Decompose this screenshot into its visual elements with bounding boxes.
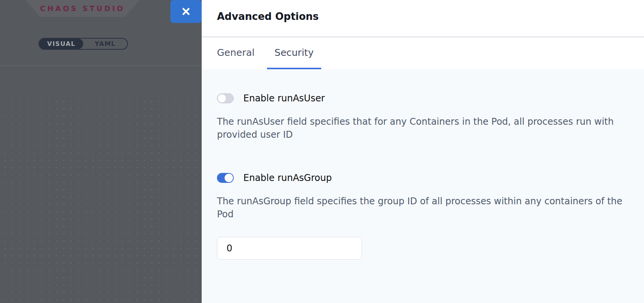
run-as-group-label: Enable runAsGroup — [243, 173, 332, 183]
run-as-user-label: Enable runAsUser — [243, 93, 325, 104]
run-as-user-toggle[interactable] — [217, 93, 234, 103]
backdrop-divider — [0, 65, 202, 66]
run-as-group-description: The runAsGroup field specifies the group… — [217, 195, 629, 221]
brand-banner: CHAOS STUDIO — [25, 0, 140, 17]
run-as-group-row: Enable runAsGroup — [217, 141, 629, 183]
drawer-title: Advanced Options — [217, 11, 629, 22]
yaml-tab[interactable]: YAML — [83, 39, 127, 49]
close-icon — [180, 6, 192, 17]
visual-yaml-toggle: VISUAL YAML — [39, 38, 128, 50]
dimmed-canvas-backdrop: CHAOS STUDIO VISUAL YAML — [0, 0, 202, 303]
security-tab-content: Enable runAsUser The runAsUser field spe… — [202, 69, 644, 303]
tab-general[interactable]: General — [217, 37, 255, 69]
advanced-options-drawer: Advanced Options General Security Enable… — [202, 0, 644, 303]
drawer-tab-bar: General Security — [202, 37, 644, 69]
visual-tab[interactable]: VISUAL — [39, 39, 83, 49]
toggle-knob — [217, 94, 227, 103]
run-as-user-description: The runAsUser field specifies that for a… — [217, 115, 629, 141]
run-as-user-row: Enable runAsUser — [217, 69, 629, 104]
toggle-knob — [225, 174, 233, 182]
close-drawer-button[interactable] — [170, 0, 202, 23]
tab-security[interactable]: Security — [267, 37, 322, 69]
drawer-header: Advanced Options — [202, 0, 644, 37]
dotted-grid-canvas — [0, 95, 202, 303]
run-as-group-toggle[interactable] — [217, 173, 234, 183]
brand-banner-label: CHAOS STUDIO — [40, 4, 125, 13]
run-as-group-value-input[interactable] — [217, 237, 362, 260]
